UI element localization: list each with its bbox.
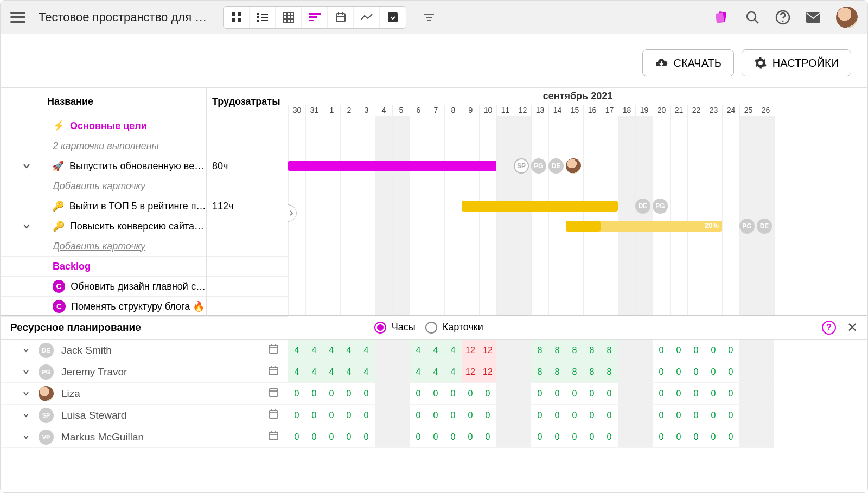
resource-cell[interactable]: 4: [323, 340, 340, 361]
timeline-day[interactable]: 18: [618, 105, 635, 116]
timeline-day[interactable]: 26: [757, 105, 774, 116]
resource-cell[interactable]: 0: [427, 405, 444, 426]
resource-cell[interactable]: [635, 426, 653, 448]
gantt-row[interactable]: Добавить карточку: [1, 236, 206, 257]
resource-cell[interactable]: 0: [687, 405, 705, 426]
assignee-avatar[interactable]: PG: [531, 158, 546, 174]
resource-cell[interactable]: 0: [340, 383, 358, 405]
resource-cell[interactable]: 0: [531, 383, 548, 405]
mode-cards-radio[interactable]: Карточки: [425, 322, 483, 334]
resource-cell[interactable]: [739, 383, 757, 405]
resource-cell[interactable]: [739, 426, 757, 448]
calendar-icon[interactable]: [268, 343, 279, 357]
resource-cell[interactable]: 4: [288, 340, 305, 361]
chevron-down-icon[interactable]: [21, 388, 31, 399]
resource-cell[interactable]: 0: [722, 361, 739, 383]
resource-help-icon[interactable]: ?: [822, 321, 836, 335]
timeline-day[interactable]: 6: [410, 105, 427, 116]
calendar-icon[interactable]: [268, 408, 279, 422]
view-dashboard[interactable]: [224, 7, 250, 28]
resource-cell[interactable]: 4: [427, 361, 444, 383]
resource-close-icon[interactable]: ✕: [847, 320, 858, 335]
resource-cell[interactable]: 4: [410, 340, 427, 361]
assignee-avatar[interactable]: SP: [514, 158, 529, 174]
timeline-day[interactable]: 16: [583, 105, 601, 116]
resource-cell[interactable]: [496, 340, 514, 361]
resource-cell[interactable]: [757, 405, 774, 426]
calendar-icon[interactable]: [268, 387, 279, 400]
resource-cell[interactable]: 0: [340, 426, 358, 448]
gantt-row[interactable]: Backlog: [1, 257, 206, 277]
resource-cell[interactable]: [496, 383, 514, 405]
resource-cell[interactable]: [739, 405, 757, 426]
resource-cell[interactable]: [496, 361, 514, 383]
timeline-day[interactable]: 23: [705, 105, 722, 116]
resource-cell[interactable]: 4: [444, 361, 462, 383]
assignee-avatar[interactable]: DE: [548, 158, 564, 174]
resource-cell[interactable]: 4: [358, 361, 375, 383]
resource-cell[interactable]: 0: [653, 340, 670, 361]
settings-button[interactable]: НАСТРОЙКИ: [742, 49, 851, 76]
resource-cell[interactable]: 0: [583, 426, 601, 448]
resource-cell[interactable]: 0: [410, 383, 427, 405]
resource-cell[interactable]: 0: [705, 361, 722, 383]
resource-cell[interactable]: 4: [444, 340, 462, 361]
calendar-icon[interactable]: [268, 430, 279, 444]
resource-row[interactable]: SPLuisa Steward: [1, 405, 288, 426]
resource-cell[interactable]: [514, 383, 531, 405]
timeline-day[interactable]: 19: [635, 105, 653, 116]
gantt-row[interactable]: CОбновить дизайн главной ст…: [1, 277, 206, 297]
search-icon[interactable]: [745, 10, 760, 25]
gantt-effort-cell[interactable]: [207, 216, 288, 236]
resource-row[interactable]: PGJeremy Travor: [1, 361, 288, 383]
resource-cell[interactable]: 0: [722, 340, 739, 361]
resource-cell[interactable]: 0: [305, 426, 323, 448]
timeline-day[interactable]: 3: [358, 105, 375, 116]
resource-cell[interactable]: 0: [531, 405, 548, 426]
timeline-day[interactable]: 11: [496, 105, 514, 116]
chevron-down-icon[interactable]: [21, 410, 31, 421]
resource-cell[interactable]: 0: [358, 405, 375, 426]
gantt-row[interactable]: 🔑Выйти в ТОП 5 в рейтинге по…: [1, 196, 206, 216]
resource-cell[interactable]: 0: [670, 405, 687, 426]
resource-cell[interactable]: [757, 340, 774, 361]
resource-cell[interactable]: [375, 405, 392, 426]
resource-cell[interactable]: [392, 340, 410, 361]
chevron-down-icon[interactable]: [21, 432, 31, 443]
resource-cell[interactable]: 8: [531, 361, 548, 383]
gantt-row[interactable]: 🔑Повысить конверсию сайта …: [1, 216, 206, 236]
resource-cell[interactable]: [757, 361, 774, 383]
resource-cell[interactable]: 8: [548, 340, 566, 361]
resource-cell[interactable]: 0: [653, 405, 670, 426]
resource-cell[interactable]: 8: [601, 340, 618, 361]
resource-cell[interactable]: 0: [566, 405, 583, 426]
gantt-row[interactable]: 🚀Выпустить обновленную вер…: [1, 156, 206, 176]
resource-cell[interactable]: 0: [687, 340, 705, 361]
view-calendar[interactable]: [328, 7, 354, 28]
calendar-icon[interactable]: [268, 365, 279, 379]
resource-cell[interactable]: [375, 383, 392, 405]
timeline-day[interactable]: 14: [548, 105, 566, 116]
resource-cell[interactable]: 0: [444, 383, 462, 405]
resource-cell[interactable]: 0: [722, 405, 739, 426]
timeline-day[interactable]: 13: [531, 105, 548, 116]
resource-cell[interactable]: 4: [288, 361, 305, 383]
cards-icon[interactable]: [714, 10, 730, 25]
assignee-avatar[interactable]: PG: [653, 199, 668, 214]
resource-cell[interactable]: 0: [583, 405, 601, 426]
resource-cell[interactable]: [392, 383, 410, 405]
timeline-day[interactable]: 30: [288, 105, 305, 116]
resource-cell[interactable]: 0: [687, 361, 705, 383]
resource-cell[interactable]: 4: [340, 361, 358, 383]
resource-cell[interactable]: 4: [323, 361, 340, 383]
view-reports[interactable]: [354, 7, 380, 28]
timeline-day[interactable]: 5: [392, 105, 410, 116]
resource-cell[interactable]: 0: [462, 383, 479, 405]
resource-cell[interactable]: 8: [583, 361, 601, 383]
resource-cell[interactable]: 8: [566, 361, 583, 383]
timeline-day[interactable]: 2: [340, 105, 358, 116]
resource-cell[interactable]: 0: [444, 426, 462, 448]
timeline-day[interactable]: 20: [653, 105, 670, 116]
timeline-day[interactable]: 9: [462, 105, 479, 116]
resource-cell[interactable]: [375, 361, 392, 383]
